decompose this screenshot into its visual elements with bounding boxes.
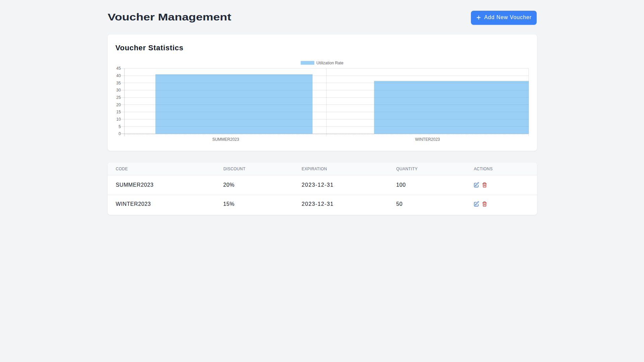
svg-text:SUMMER2023: SUMMER2023 [212,137,239,142]
svg-text:10: 10 [116,117,121,122]
svg-text:25: 25 [116,95,121,100]
svg-text:WINTER2023: WINTER2023 [415,137,440,142]
svg-text:30: 30 [116,88,121,93]
svg-text:40: 40 [116,73,121,78]
svg-text:15: 15 [116,110,121,115]
svg-text:35: 35 [116,81,121,85]
svg-text:5: 5 [119,124,121,129]
svg-text:Utilization Rate: Utilization Rate [316,61,343,66]
svg-text:0: 0 [119,132,121,136]
svg-text:45: 45 [116,66,121,71]
svg-text:20: 20 [116,103,121,107]
